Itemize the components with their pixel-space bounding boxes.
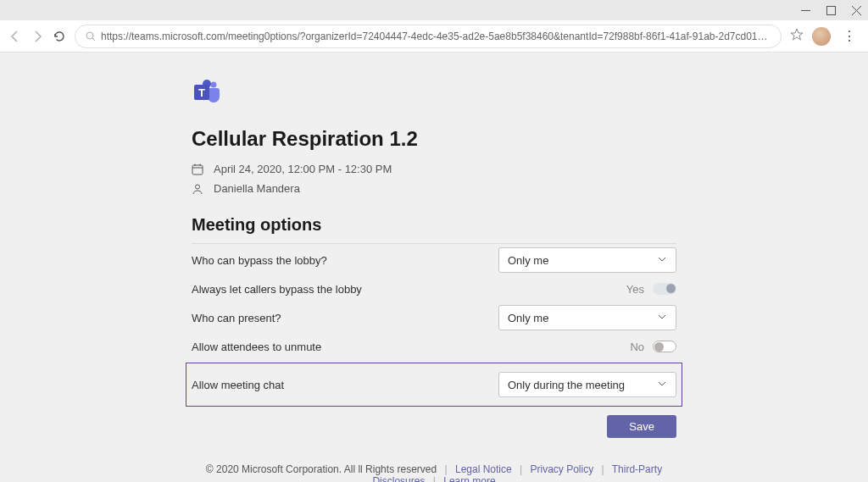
svg-rect-1	[826, 6, 835, 14]
option-label: Allow attendees to unmute	[192, 341, 630, 353]
legal-link[interactable]: Legal Notice	[455, 463, 512, 475]
svg-text:T: T	[198, 86, 205, 99]
bypass-lobby-select[interactable]: Only me	[498, 247, 676, 273]
toggle-state: No	[630, 341, 644, 353]
highlighted-option: Allow meeting chat Only during the meeti…	[186, 363, 682, 407]
page-body: T Cellular Respiration 1.2 April 24, 202…	[0, 53, 868, 482]
select-value: Only during the meeting	[508, 379, 625, 391]
svg-rect-10	[192, 165, 203, 175]
profile-avatar[interactable]	[812, 27, 831, 46]
svg-point-6	[211, 82, 217, 88]
toggle-state: Yes	[626, 283, 644, 296]
section-heading: Meeting options	[192, 215, 676, 243]
reload-icon[interactable]	[53, 30, 66, 43]
svg-point-4	[86, 32, 93, 39]
calendar-icon	[192, 163, 205, 175]
close-icon[interactable]	[851, 5, 861, 15]
meeting-datetime: April 24, 2020, 12:00 PM - 12:30 PM	[214, 163, 392, 175]
chevron-down-icon	[657, 254, 667, 267]
address-bar[interactable]: https://teams.microsoft.com/meeting0ptio…	[75, 25, 782, 48]
allow-unmute-toggle[interactable]	[653, 341, 676, 352]
divider	[192, 243, 676, 244]
window-titlebar	[0, 0, 868, 20]
privacy-link[interactable]: Privacy Policy	[531, 463, 594, 475]
option-label: Always let callers bypass the lobby	[192, 283, 626, 296]
forward-icon[interactable]	[31, 30, 44, 43]
bookmark-icon[interactable]	[790, 28, 804, 45]
option-bypass-lobby: Who can bypass the lobby? Only me	[192, 246, 676, 274]
option-label: Allow meeting chat	[192, 379, 498, 391]
option-callers-bypass: Always let callers bypass the lobby Yes	[192, 274, 676, 303]
meeting-datetime-row: April 24, 2020, 12:00 PM - 12:30 PM	[192, 163, 676, 175]
learn-more-link[interactable]: Learn more	[443, 475, 495, 482]
meeting-chat-select[interactable]: Only during the meeting	[498, 372, 676, 397]
option-label: Who can present?	[192, 312, 498, 324]
copyright-text: © 2020 Microsoft Corporation. All ll Rig…	[206, 463, 437, 475]
select-value: Only me	[508, 254, 548, 267]
url-text: https://teams.microsoft.com/meeting0ptio…	[101, 30, 771, 42]
svg-line-5	[92, 38, 95, 41]
browser-toolbar: https://teams.microsoft.com/meeting0ptio…	[0, 20, 868, 53]
option-who-present: Who can present? Only me	[192, 303, 676, 332]
chevron-down-icon	[657, 312, 667, 324]
callers-bypass-toggle[interactable]	[653, 283, 676, 295]
option-meeting-chat: Allow meeting chat Only during the meeti…	[192, 370, 676, 399]
organizer-row: Daniella Mandera	[192, 182, 676, 195]
organizer-name: Daniella Mandera	[214, 182, 300, 195]
select-value: Only me	[508, 312, 548, 324]
chevron-down-icon	[657, 379, 667, 391]
page-footer: © 2020 Microsoft Corporation. All ll Rig…	[192, 463, 676, 482]
teams-logo: T	[192, 76, 676, 110]
back-icon[interactable]	[8, 30, 22, 43]
option-allow-unmute: Allow attendees to unmute No	[192, 332, 676, 361]
option-label: Who can bypass the lobby?	[192, 254, 498, 267]
who-present-select[interactable]: Only me	[498, 305, 676, 330]
person-icon	[192, 183, 205, 195]
save-button[interactable]: Save	[607, 415, 676, 438]
meeting-title: Cellular Respiration 1.2	[192, 127, 676, 151]
browser-menu-icon[interactable]: ⋮	[839, 28, 860, 44]
maximize-icon[interactable]	[826, 5, 836, 15]
svg-point-14	[196, 185, 200, 189]
minimize-icon[interactable]	[800, 5, 810, 15]
